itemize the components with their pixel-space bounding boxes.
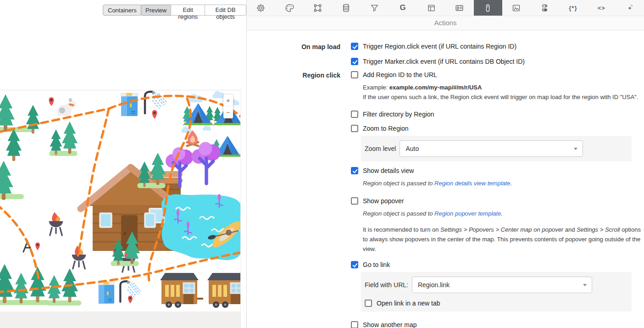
map-canvas[interactable]: + − (0, 90, 241, 311)
option-label[interactable]: Open link in a new tab (377, 300, 440, 307)
tab-mouse-actions[interactable] (474, 0, 502, 16)
tab-assistant[interactable] (616, 0, 644, 16)
chevron-down-icon (583, 284, 587, 286)
option-label[interactable]: Add Region ID to the URL (363, 71, 437, 78)
braces-asterisk-icon: {*} (569, 5, 577, 11)
containers-button[interactable]: Containers (103, 5, 142, 16)
option-show-another-map: Show another map (351, 321, 644, 328)
camping-map-illustration (0, 90, 241, 311)
palette-icon (284, 3, 294, 13)
details-template-link[interactable]: Region details view template (434, 180, 510, 187)
filter-icon (370, 3, 379, 13)
option-show-details-view: Show details view (351, 167, 644, 174)
transform-region-icon (313, 3, 322, 13)
help-show-popover: Region object is passed to Region popove… (363, 209, 644, 218)
zoom-in-button[interactable]: + (223, 95, 233, 106)
tab-code[interactable]: <> (587, 0, 616, 16)
panel-title: Actions (247, 16, 644, 30)
option-trigger-region-click: Trigger Region.click event (if URL conta… (351, 43, 644, 50)
help-add-region-id: Example: example.com/my-map/#/m/r/USA If… (363, 83, 644, 102)
checkbox-show-another-map[interactable] (351, 321, 358, 328)
checkbox-open-new-tab[interactable] (365, 300, 372, 307)
checkbox-show-details-view[interactable] (351, 167, 358, 174)
settings-pane: G (246, 0, 644, 328)
tab-database[interactable] (332, 0, 361, 16)
map-pane-footer (0, 311, 241, 328)
google-icon: G (400, 3, 406, 12)
toggles-icon (540, 3, 550, 13)
checkbox-add-region-id[interactable] (351, 71, 358, 78)
tab-details-card[interactable] (445, 0, 474, 16)
checkbox-go-to-link[interactable] (351, 261, 358, 268)
portable-toilet (98, 281, 115, 303)
option-label[interactable]: Trigger Region.click event (if URL conta… (363, 43, 516, 50)
option-label[interactable]: Trigger Marker.click event (if URL conta… (363, 58, 525, 65)
checkbox-trigger-marker-click[interactable] (351, 58, 358, 65)
tab-controls[interactable] (531, 0, 559, 16)
mouse-icon (483, 3, 493, 13)
edit-regions-button[interactable]: Edit regions (171, 5, 205, 16)
code-icon: <> (598, 5, 605, 11)
checkbox-trigger-region-click[interactable] (351, 43, 358, 50)
option-label[interactable]: Show popover (363, 197, 404, 205)
tab-layout[interactable] (417, 0, 445, 16)
option-label[interactable]: Show details view (363, 167, 414, 174)
preview-mode-button[interactable]: Preview (141, 5, 171, 16)
option-label[interactable]: Filter directory by Region (363, 111, 434, 118)
option-trigger-marker-click: Trigger Marker.click event (if URL conta… (351, 58, 644, 65)
popover-template-link[interactable]: Region popover template (434, 210, 501, 217)
field-with-url-select[interactable]: Region.link (412, 277, 592, 293)
field-with-url-label: Field with URL: (365, 281, 408, 289)
zoom-out-button[interactable]: − (223, 106, 233, 118)
tab-variables[interactable]: {*} (559, 0, 587, 16)
option-open-new-tab: Open link in a new tab (365, 300, 627, 307)
actions-form: On map load Trigger Region.click event (… (247, 30, 644, 328)
zoom-level-panel: Zoom level Auto (361, 136, 632, 161)
group-label-region-click: Region click (247, 71, 340, 328)
option-label[interactable]: Show another map (363, 321, 417, 328)
option-add-region-id: Add Region ID to the URL (351, 71, 644, 78)
sparkles-icon (625, 3, 635, 13)
tab-settings[interactable] (247, 0, 275, 16)
tab-images[interactable] (502, 0, 531, 16)
gear-icon (256, 3, 266, 13)
help-show-details: Region object is passed to Region detail… (363, 178, 644, 188)
zoom-level-label: Zoom level (365, 145, 396, 152)
go-to-link-panel: Field with URL: Region.link Open link in… (361, 272, 632, 311)
zoom-level-select[interactable]: Auto (400, 140, 583, 157)
option-filter-directory: Filter directory by Region (351, 111, 644, 118)
database-icon (341, 3, 351, 13)
image-icon (511, 3, 521, 13)
map-preview-pane: Containers Preview Edit regions Edit DB … (0, 0, 246, 328)
tab-google[interactable]: G (389, 0, 417, 16)
chevron-down-icon (574, 148, 577, 150)
checkbox-show-popover[interactable] (351, 197, 358, 205)
tab-regions[interactable] (304, 0, 332, 16)
option-go-to-link: Go to link (351, 261, 644, 268)
settings-tab-bar: G (247, 0, 644, 16)
option-label[interactable]: Zoom to Region (363, 125, 409, 132)
option-show-popover: Show popover (351, 197, 644, 205)
map-zoom-control: + − (223, 95, 233, 118)
checkbox-filter-directory[interactable] (351, 111, 358, 118)
popover-recommendation-note: It is recommended to turn on Settings > … (363, 225, 644, 254)
edit-db-objects-button[interactable]: Edit DB objects (205, 5, 246, 16)
layout-panel-icon (427, 3, 436, 13)
option-zoom-to-region: Zoom to Region (351, 125, 644, 132)
tab-filter[interactable] (360, 0, 389, 16)
group-label-on-map-load: On map load (247, 43, 340, 65)
option-label[interactable]: Go to link (363, 261, 390, 268)
tab-theme[interactable] (275, 0, 304, 16)
checkbox-zoom-to-region[interactable] (351, 125, 358, 132)
id-card-icon (455, 3, 464, 13)
mode-button-group: Preview Edit regions Edit DB objects (141, 5, 246, 16)
